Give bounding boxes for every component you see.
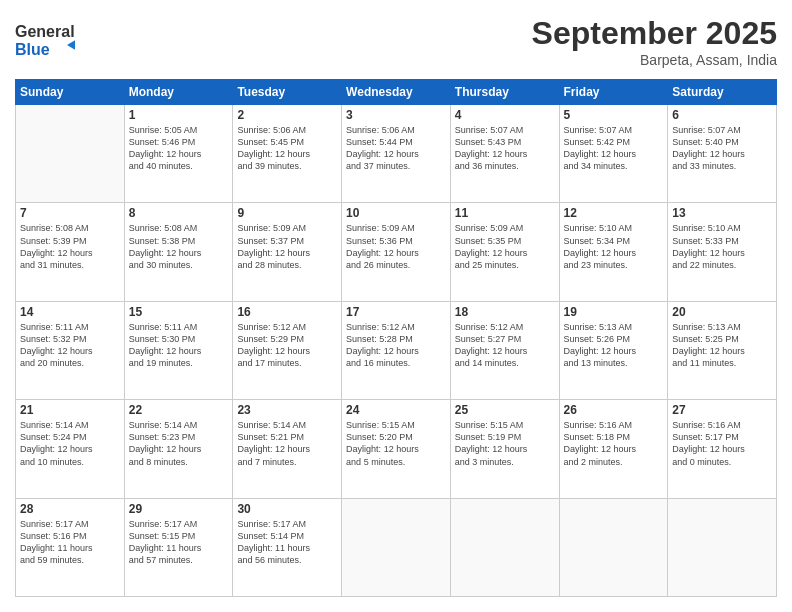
day-number: 15: [129, 305, 229, 319]
calendar-cell: 5Sunrise: 5:07 AMSunset: 5:42 PMDaylight…: [559, 105, 668, 203]
calendar-week-2: 14Sunrise: 5:11 AMSunset: 5:32 PMDayligh…: [16, 301, 777, 399]
day-info: Sunrise: 5:14 AMSunset: 5:24 PMDaylight:…: [20, 419, 120, 468]
calendar-cell: 15Sunrise: 5:11 AMSunset: 5:30 PMDayligh…: [124, 301, 233, 399]
calendar-cell: 2Sunrise: 5:06 AMSunset: 5:45 PMDaylight…: [233, 105, 342, 203]
day-info: Sunrise: 5:15 AMSunset: 5:20 PMDaylight:…: [346, 419, 446, 468]
day-info: Sunrise: 5:13 AMSunset: 5:26 PMDaylight:…: [564, 321, 664, 370]
calendar-table: SundayMondayTuesdayWednesdayThursdayFrid…: [15, 79, 777, 597]
day-info: Sunrise: 5:12 AMSunset: 5:29 PMDaylight:…: [237, 321, 337, 370]
calendar-cell: 17Sunrise: 5:12 AMSunset: 5:28 PMDayligh…: [342, 301, 451, 399]
weekday-header-saturday: Saturday: [668, 80, 777, 105]
calendar-cell: 4Sunrise: 5:07 AMSunset: 5:43 PMDaylight…: [450, 105, 559, 203]
day-number: 5: [564, 108, 664, 122]
day-number: 10: [346, 206, 446, 220]
calendar-cell: 14Sunrise: 5:11 AMSunset: 5:32 PMDayligh…: [16, 301, 125, 399]
day-info: Sunrise: 5:14 AMSunset: 5:23 PMDaylight:…: [129, 419, 229, 468]
calendar-week-1: 7Sunrise: 5:08 AMSunset: 5:39 PMDaylight…: [16, 203, 777, 301]
day-number: 26: [564, 403, 664, 417]
month-title: September 2025: [532, 15, 777, 52]
day-number: 11: [455, 206, 555, 220]
calendar-week-4: 28Sunrise: 5:17 AMSunset: 5:16 PMDayligh…: [16, 498, 777, 596]
day-number: 7: [20, 206, 120, 220]
calendar-cell: 23Sunrise: 5:14 AMSunset: 5:21 PMDayligh…: [233, 400, 342, 498]
day-number: 17: [346, 305, 446, 319]
calendar-cell: 16Sunrise: 5:12 AMSunset: 5:29 PMDayligh…: [233, 301, 342, 399]
day-info: Sunrise: 5:09 AMSunset: 5:36 PMDaylight:…: [346, 222, 446, 271]
day-info: Sunrise: 5:09 AMSunset: 5:35 PMDaylight:…: [455, 222, 555, 271]
day-info: Sunrise: 5:14 AMSunset: 5:21 PMDaylight:…: [237, 419, 337, 468]
day-number: 23: [237, 403, 337, 417]
calendar-cell: 9Sunrise: 5:09 AMSunset: 5:37 PMDaylight…: [233, 203, 342, 301]
day-number: 27: [672, 403, 772, 417]
day-number: 24: [346, 403, 446, 417]
calendar-cell: 22Sunrise: 5:14 AMSunset: 5:23 PMDayligh…: [124, 400, 233, 498]
day-info: Sunrise: 5:12 AMSunset: 5:27 PMDaylight:…: [455, 321, 555, 370]
day-number: 29: [129, 502, 229, 516]
calendar-header: SundayMondayTuesdayWednesdayThursdayFrid…: [16, 80, 777, 105]
calendar-cell: 7Sunrise: 5:08 AMSunset: 5:39 PMDaylight…: [16, 203, 125, 301]
day-number: 16: [237, 305, 337, 319]
day-number: 4: [455, 108, 555, 122]
svg-text:General: General: [15, 23, 75, 40]
calendar-body: 1Sunrise: 5:05 AMSunset: 5:46 PMDaylight…: [16, 105, 777, 597]
day-info: Sunrise: 5:05 AMSunset: 5:46 PMDaylight:…: [129, 124, 229, 173]
weekday-header-row: SundayMondayTuesdayWednesdayThursdayFrid…: [16, 80, 777, 105]
day-number: 1: [129, 108, 229, 122]
day-number: 2: [237, 108, 337, 122]
calendar-cell: [668, 498, 777, 596]
day-number: 21: [20, 403, 120, 417]
calendar-cell: 10Sunrise: 5:09 AMSunset: 5:36 PMDayligh…: [342, 203, 451, 301]
day-info: Sunrise: 5:16 AMSunset: 5:17 PMDaylight:…: [672, 419, 772, 468]
day-number: 28: [20, 502, 120, 516]
svg-marker-2: [67, 39, 75, 51]
day-number: 18: [455, 305, 555, 319]
calendar-cell: 1Sunrise: 5:05 AMSunset: 5:46 PMDaylight…: [124, 105, 233, 203]
calendar-cell: 26Sunrise: 5:16 AMSunset: 5:18 PMDayligh…: [559, 400, 668, 498]
day-info: Sunrise: 5:17 AMSunset: 5:16 PMDaylight:…: [20, 518, 120, 567]
calendar-cell: [342, 498, 451, 596]
day-info: Sunrise: 5:11 AMSunset: 5:30 PMDaylight:…: [129, 321, 229, 370]
day-number: 3: [346, 108, 446, 122]
calendar-cell: 6Sunrise: 5:07 AMSunset: 5:40 PMDaylight…: [668, 105, 777, 203]
day-number: 19: [564, 305, 664, 319]
calendar-cell: 20Sunrise: 5:13 AMSunset: 5:25 PMDayligh…: [668, 301, 777, 399]
page: General Blue September 2025 Barpeta, Ass…: [0, 0, 792, 612]
day-info: Sunrise: 5:16 AMSunset: 5:18 PMDaylight:…: [564, 419, 664, 468]
title-section: September 2025 Barpeta, Assam, India: [532, 15, 777, 68]
calendar-cell: 8Sunrise: 5:08 AMSunset: 5:38 PMDaylight…: [124, 203, 233, 301]
calendar-cell: 3Sunrise: 5:06 AMSunset: 5:44 PMDaylight…: [342, 105, 451, 203]
calendar-week-3: 21Sunrise: 5:14 AMSunset: 5:24 PMDayligh…: [16, 400, 777, 498]
calendar-week-0: 1Sunrise: 5:05 AMSunset: 5:46 PMDaylight…: [16, 105, 777, 203]
day-number: 8: [129, 206, 229, 220]
day-number: 13: [672, 206, 772, 220]
day-info: Sunrise: 5:17 AMSunset: 5:15 PMDaylight:…: [129, 518, 229, 567]
day-info: Sunrise: 5:06 AMSunset: 5:45 PMDaylight:…: [237, 124, 337, 173]
day-info: Sunrise: 5:10 AMSunset: 5:34 PMDaylight:…: [564, 222, 664, 271]
calendar-cell: [559, 498, 668, 596]
logo-icon: General Blue: [15, 15, 75, 65]
calendar-cell: 21Sunrise: 5:14 AMSunset: 5:24 PMDayligh…: [16, 400, 125, 498]
calendar-cell: 12Sunrise: 5:10 AMSunset: 5:34 PMDayligh…: [559, 203, 668, 301]
location-subtitle: Barpeta, Assam, India: [532, 52, 777, 68]
calendar-cell: 13Sunrise: 5:10 AMSunset: 5:33 PMDayligh…: [668, 203, 777, 301]
day-info: Sunrise: 5:12 AMSunset: 5:28 PMDaylight:…: [346, 321, 446, 370]
calendar-cell: [450, 498, 559, 596]
day-info: Sunrise: 5:07 AMSunset: 5:43 PMDaylight:…: [455, 124, 555, 173]
calendar-cell: 30Sunrise: 5:17 AMSunset: 5:14 PMDayligh…: [233, 498, 342, 596]
day-number: 6: [672, 108, 772, 122]
weekday-header-friday: Friday: [559, 80, 668, 105]
calendar-cell: [16, 105, 125, 203]
calendar-cell: 29Sunrise: 5:17 AMSunset: 5:15 PMDayligh…: [124, 498, 233, 596]
day-number: 20: [672, 305, 772, 319]
svg-text:Blue: Blue: [15, 41, 50, 58]
day-number: 22: [129, 403, 229, 417]
day-info: Sunrise: 5:09 AMSunset: 5:37 PMDaylight:…: [237, 222, 337, 271]
weekday-header-tuesday: Tuesday: [233, 80, 342, 105]
day-info: Sunrise: 5:17 AMSunset: 5:14 PMDaylight:…: [237, 518, 337, 567]
calendar-cell: 19Sunrise: 5:13 AMSunset: 5:26 PMDayligh…: [559, 301, 668, 399]
day-number: 30: [237, 502, 337, 516]
day-number: 25: [455, 403, 555, 417]
weekday-header-sunday: Sunday: [16, 80, 125, 105]
day-info: Sunrise: 5:08 AMSunset: 5:38 PMDaylight:…: [129, 222, 229, 271]
weekday-header-thursday: Thursday: [450, 80, 559, 105]
